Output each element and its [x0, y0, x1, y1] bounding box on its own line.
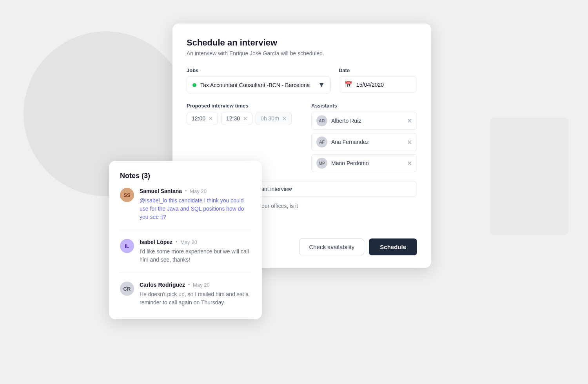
- assistant-item-2: MP Mario Perdomo ✕: [311, 154, 417, 172]
- note-author-0: Samuel Santana: [140, 188, 182, 194]
- note-avatar-2: CR: [120, 282, 134, 296]
- check-availability-button[interactable]: Check availability: [299, 238, 364, 255]
- time-tag-1200[interactable]: 12:00 ✕: [187, 112, 218, 125]
- time-remove-1200[interactable]: ✕: [209, 116, 213, 121]
- schedule-button[interactable]: Schedule: [369, 238, 417, 255]
- note-avatar-0: SS: [120, 188, 134, 202]
- notes-panel: Notes (3) SS Samuel Santana • May 20 @Is…: [109, 161, 262, 319]
- bg-rect: [490, 118, 568, 235]
- job-status-dot: [192, 83, 196, 87]
- note-dot-1: •: [176, 239, 177, 245]
- assistant-remove-0[interactable]: ✕: [407, 117, 412, 125]
- time-tag-1230[interactable]: 12:30 ✕: [221, 112, 252, 125]
- assistant-name-0: Alberto Ruiz: [331, 118, 403, 124]
- assistant-remove-1[interactable]: ✕: [407, 138, 412, 146]
- note-dot-0: •: [185, 188, 187, 194]
- time-value-1200: 12:00: [192, 115, 205, 122]
- note-date-1: May 20: [180, 239, 197, 245]
- modal-title: Schedule an interview: [187, 38, 417, 48]
- note-header-2: Carlos Rodriguez • May 20: [140, 282, 251, 288]
- assistant-avatar-0: AR: [316, 115, 327, 126]
- note-item-0: SS Samuel Santana • May 20 @Isabel_lo th…: [120, 188, 251, 230]
- note-date-2: May 20: [193, 282, 210, 288]
- jobs-date-row: Jobs Tax Accountant Consultant -BCN - Ba…: [187, 67, 417, 93]
- note-avatar-1: IL: [120, 239, 134, 253]
- note-author-1: Isabel López: [140, 239, 172, 245]
- assistant-item-1: AF Ana Fernandez ✕: [311, 133, 417, 151]
- note-header-1: Isabel López • May 20: [140, 239, 251, 245]
- assistants-list: AR Alberto Ruiz ✕ AF Ana Fernandez ✕ MP …: [311, 112, 417, 172]
- job-option-text: Tax Accountant Consultant -BCN - Barcelo…: [200, 82, 314, 88]
- assistant-name-1: Ana Fernandez: [331, 139, 403, 145]
- note-item-2: CR Carlos Rodriguez • May 20 He doesn't …: [120, 282, 251, 307]
- assistant-item-0: AR Alberto Ruiz ✕: [311, 112, 417, 130]
- assistant-name-2: Mario Perdomo: [331, 160, 403, 166]
- date-value: 15/04/2020: [356, 82, 384, 88]
- note-text-2: He doesn't pick up, so I mailed him and …: [140, 290, 251, 307]
- note-body-2: Carlos Rodriguez • May 20 He doesn't pic…: [140, 282, 251, 307]
- assistants-label: Assistants: [311, 103, 417, 109]
- jobs-label: Jobs: [187, 67, 331, 73]
- calendar-icon: 📅: [345, 81, 352, 88]
- jobs-group: Jobs Tax Accountant Consultant -BCN - Ba…: [187, 67, 331, 93]
- time-tags-list: 12:00 ✕ 12:30 ✕ 0h 30m ✕: [187, 112, 303, 125]
- assistant-avatar-1: AF: [316, 136, 327, 147]
- times-label: Proposed interview times: [187, 103, 303, 109]
- note-body-1: Isabel López • May 20 I'd like some more…: [140, 239, 251, 264]
- time-value-1230: 12:30: [226, 115, 240, 122]
- note-text-1: I'd like some more experience but we wil…: [140, 248, 251, 264]
- assistants-column: Assistants AR Alberto Ruiz ✕ AF Ana Fern…: [311, 103, 417, 172]
- assistant-avatar-2: MP: [316, 158, 327, 169]
- subject-field[interactable]: Consultant interview: [237, 182, 417, 197]
- note-text-0[interactable]: @Isabel_lo this candidate I think you co…: [140, 197, 251, 221]
- time-remove-duration[interactable]: ✕: [282, 116, 287, 121]
- notes-title: Notes (3): [120, 172, 251, 180]
- note-dot-2: •: [188, 282, 190, 288]
- date-picker[interactable]: 📅 15/04/2020: [339, 76, 417, 93]
- modal-subtitle: An interview with Enrique José García wi…: [187, 50, 417, 56]
- date-label: Date: [339, 67, 417, 73]
- note-author-2: Carlos Rodriguez: [140, 282, 185, 288]
- note-header-0: Samuel Santana • May 20: [140, 188, 251, 194]
- time-remove-1230[interactable]: ✕: [243, 116, 247, 121]
- note-date-0: May 20: [190, 188, 207, 194]
- note-item-1: IL Isabel López • May 20 I'd like some m…: [120, 239, 251, 273]
- date-group: Date 📅 15/04/2020: [339, 67, 417, 93]
- note-body-0: Samuel Santana • May 20 @Isabel_lo this …: [140, 188, 251, 221]
- time-duration-value: 0h 30m: [261, 115, 279, 122]
- jobs-chevron-icon: ▼: [318, 81, 325, 89]
- time-tag-duration[interactable]: 0h 30m ✕: [256, 112, 292, 125]
- jobs-select[interactable]: Tax Accountant Consultant -BCN - Barcelo…: [187, 76, 331, 93]
- assistant-remove-2[interactable]: ✕: [407, 160, 412, 167]
